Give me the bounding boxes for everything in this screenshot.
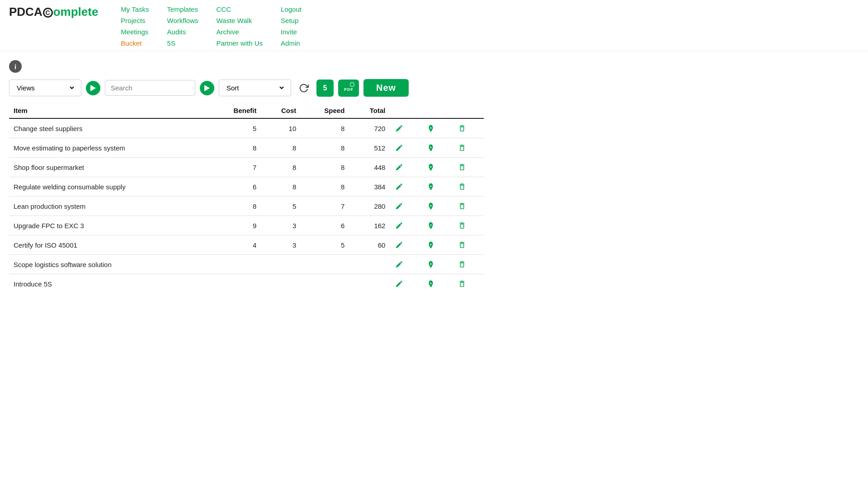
table-cell-delete (453, 255, 484, 274)
nav-col-1: My Tasks Projects Meetings Bucket (121, 5, 149, 47)
nav-archive[interactable]: Archive (217, 28, 263, 36)
table-cell-item: Upgrade FPC to EXC 3 (9, 216, 208, 235)
edit-button[interactable] (394, 123, 404, 133)
nav-bucket[interactable]: Bucket (121, 39, 149, 47)
table-cell-speed: 8 (301, 118, 349, 138)
launch-button[interactable] (426, 221, 436, 230)
table-cell-item: Regulate welding consumable supply (9, 177, 208, 197)
table-cell-speed (301, 274, 349, 294)
logo-c: C (43, 8, 53, 18)
table-cell-speed: 8 (301, 158, 349, 177)
delete-button[interactable] (457, 221, 467, 230)
badge-5[interactable]: 5 (316, 80, 334, 97)
info-icon[interactable]: i (9, 60, 22, 73)
nav-audits[interactable]: Audits (167, 28, 198, 36)
launch-button[interactable] (426, 259, 436, 269)
launch-button[interactable] (426, 182, 436, 192)
nav-workflows[interactable]: Workflows (167, 17, 198, 24)
table-cell-launch (421, 235, 453, 255)
delete-button[interactable] (457, 162, 467, 172)
logo: PDCAComplete (9, 5, 107, 19)
views-play-button[interactable] (86, 81, 100, 95)
nav-setup[interactable]: Setup (281, 17, 302, 24)
edit-button[interactable] (394, 162, 404, 172)
table-cell-edit (390, 216, 421, 235)
table-cell-edit (390, 255, 421, 274)
delete-button[interactable] (457, 259, 467, 269)
sort-select[interactable]: Sort (225, 84, 285, 92)
launch-button[interactable] (426, 162, 436, 172)
launch-button[interactable] (426, 143, 436, 153)
edit-button[interactable] (394, 143, 404, 153)
search-play-button[interactable] (200, 81, 214, 95)
nav-waste-walk[interactable]: Waste Walk (217, 17, 263, 24)
sort-select-wrapper[interactable]: Sort (219, 80, 291, 96)
nav-meetings[interactable]: Meetings (121, 28, 149, 36)
nav-admin[interactable]: Admin (281, 39, 302, 47)
delete-button[interactable] (457, 182, 467, 192)
table-cell-edit (390, 274, 421, 294)
table-row: Introduce 5S (9, 274, 484, 294)
svg-rect-5 (461, 128, 462, 130)
edit-button[interactable] (394, 240, 404, 250)
svg-rect-17 (461, 244, 462, 247)
svg-marker-0 (90, 85, 96, 91)
search-input[interactable] (105, 80, 195, 96)
table-cell-benefit: 8 (208, 138, 261, 158)
delete-button[interactable] (457, 240, 467, 250)
svg-rect-19 (461, 264, 462, 266)
svg-rect-11 (461, 186, 462, 188)
nav-logout[interactable]: Logout (281, 5, 302, 13)
delete-button[interactable] (457, 279, 467, 289)
nav-partner-with-us[interactable]: Partner with Us (217, 39, 263, 47)
nav-projects[interactable]: Projects (121, 17, 149, 24)
delete-button[interactable] (457, 201, 467, 211)
delete-button[interactable] (457, 123, 467, 133)
edit-button[interactable] (394, 259, 404, 269)
table-cell-cost: 8 (261, 158, 301, 177)
table-cell-cost: 10 (261, 118, 301, 138)
nav-my-tasks[interactable]: My Tasks (121, 5, 149, 13)
table-row: Scope logistics software solution (9, 255, 484, 274)
table-cell-item: Change steel suppliers (9, 118, 208, 138)
new-button[interactable]: New (363, 79, 409, 97)
launch-button[interactable] (426, 201, 436, 211)
table-cell-delete (453, 177, 484, 197)
table-row: Regulate welding consumable supply688384 (9, 177, 484, 197)
launch-button[interactable] (426, 123, 436, 133)
launch-button[interactable] (426, 279, 436, 289)
table-cell-benefit: 7 (208, 158, 261, 177)
table-cell-speed: 6 (301, 216, 349, 235)
col-header-launch (421, 103, 453, 118)
col-header-delete (453, 103, 484, 118)
table-cell-total: 60 (349, 235, 390, 255)
table-cell-total: 720 (349, 118, 390, 138)
col-header-item: Item (9, 103, 208, 118)
nav-invite[interactable]: Invite (281, 28, 302, 36)
logo-complete: omplete (53, 5, 99, 19)
svg-text:PDF: PDF (344, 87, 354, 92)
launch-button[interactable] (426, 240, 436, 250)
table-cell-launch (421, 158, 453, 177)
pdf-button[interactable]: PDF PDF (338, 80, 359, 97)
table-cell-launch (421, 138, 453, 158)
table-cell-delete (453, 216, 484, 235)
svg-rect-18 (462, 244, 463, 247)
table-cell-cost: 3 (261, 216, 301, 235)
views-select-wrapper[interactable]: Views (9, 80, 81, 96)
table-cell-edit (390, 235, 421, 255)
nav-ccc[interactable]: CCC (217, 5, 263, 13)
table-cell-speed: 8 (301, 138, 349, 158)
delete-button[interactable] (457, 143, 467, 153)
nav-5s[interactable]: 5S (167, 39, 198, 47)
edit-button[interactable] (394, 279, 404, 289)
edit-button[interactable] (394, 201, 404, 211)
nav-bar: PDCAComplete My Tasks Projects Meetings … (0, 0, 868, 51)
nav-col-4: Logout Setup Invite Admin (281, 5, 302, 47)
col-header-cost: Cost (261, 103, 301, 118)
refresh-button[interactable] (296, 80, 312, 96)
edit-button[interactable] (394, 221, 404, 230)
views-select[interactable]: Views (15, 84, 75, 92)
edit-button[interactable] (394, 182, 404, 192)
nav-templates[interactable]: Templates (167, 5, 198, 13)
